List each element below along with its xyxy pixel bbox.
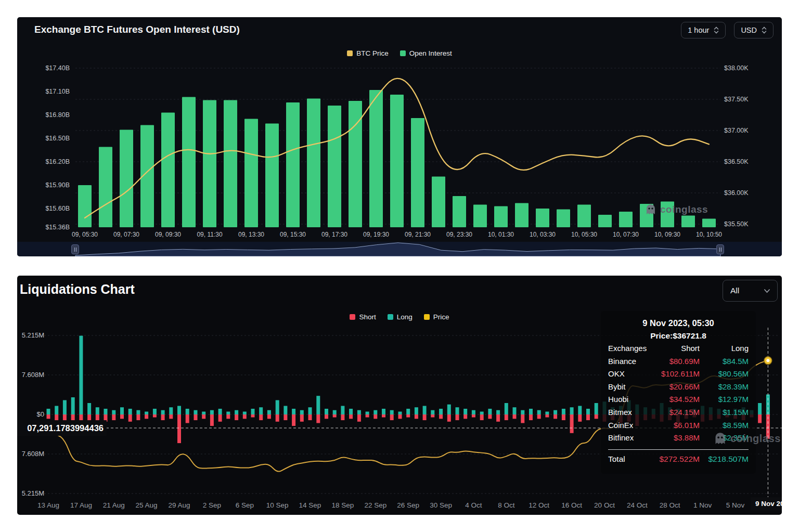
chevron-down-icon (764, 289, 770, 293)
tooltip-row: OKX$102.611M$80.56M (608, 368, 749, 381)
tooltip-exchange: Bybit (608, 381, 654, 394)
tooltip-long-value: $12.97M (700, 393, 749, 406)
svg-text:8 Oct: 8 Oct (498, 501, 515, 509)
svg-text:5 Nov: 5 Nov (726, 501, 745, 509)
navigator-left-grip[interactable] (71, 244, 79, 254)
legend-swatch (424, 314, 430, 320)
tooltip-row: Bybit$20.66M$28.39M (608, 381, 749, 394)
tooltip-price: Price:$36721.8 (608, 330, 749, 342)
tooltip-short-value: $34.52M (654, 393, 700, 406)
svg-text:12 Oct: 12 Oct (529, 501, 549, 509)
svg-text:$16.20B: $16.20B (45, 158, 70, 165)
navigator-right-grip[interactable] (716, 244, 724, 254)
svg-text:20 Oct: 20 Oct (594, 501, 615, 509)
svg-text:5.215M: 5.215M (22, 331, 44, 339)
tooltip-short-value: $3.88M (654, 432, 700, 445)
tooltip-table: ExchangesShortLongBinance$80.69M$84.5MOK… (608, 342, 749, 465)
legend-item-price[interactable]: Price (424, 313, 449, 321)
liquidations-tooltip: 9 Nov 2023, 05:30 Price:$36721.8 Exchang… (601, 311, 756, 474)
currency-select[interactable]: USD (734, 22, 774, 38)
legend-item-long[interactable]: Long (388, 313, 413, 321)
svg-text:10, 05:30: 10, 05:30 (571, 231, 597, 238)
svg-text:21 Aug: 21 Aug (103, 501, 125, 509)
svg-text:10, 07:30: 10, 07:30 (613, 231, 639, 238)
tooltip-short-value: $24.15M (654, 406, 700, 419)
svg-text:09, 09:30: 09, 09:30 (155, 231, 181, 238)
tooltip-exchange: OKX (608, 368, 654, 381)
svg-text:$16.50B: $16.50B (45, 135, 70, 142)
tooltip-long-value: $80.56M (700, 368, 749, 381)
legend-swatch (350, 314, 355, 320)
svg-text:30 Sep: 30 Sep (430, 501, 452, 509)
svg-text:16 Oct: 16 Oct (561, 501, 582, 509)
tooltip-row: Bitfinex$3.88M$2.35M (608, 432, 749, 445)
legend-label: Long (397, 313, 413, 321)
legend-item-short[interactable]: Short (350, 313, 376, 321)
svg-text:09, 23:30: 09, 23:30 (446, 231, 472, 238)
tooltip-exchange: CoinEx (608, 419, 654, 432)
svg-text:09, 07:30: 09, 07:30 (113, 231, 139, 238)
open-interest-panel: $17.40B$17.10B$16.80B$16.50B$16.20B$15.9… (17, 17, 782, 256)
svg-text:22 Sep: 22 Sep (364, 501, 386, 509)
legend-swatch (347, 50, 353, 56)
legend-label: Open Interest (409, 49, 452, 57)
svg-text:$36.50K: $36.50K (724, 158, 749, 165)
tooltip-short-value: Short (654, 342, 700, 355)
svg-text:2 Sep: 2 Sep (203, 501, 221, 509)
tooltip-date: 9 Nov 2023, 05:30 (608, 317, 749, 330)
legend-label: BTC Price (356, 49, 389, 57)
tooltip-long-value: $28.39M (700, 381, 749, 394)
updown-icon (762, 26, 767, 34)
svg-text:24 Oct: 24 Oct (627, 501, 648, 509)
tooltip-row: Binance$80.69M$84.5M (608, 355, 749, 368)
svg-text:$15.90B: $15.90B (45, 181, 70, 189)
svg-text:28 Oct: 28 Oct (660, 501, 680, 509)
svg-text:$15.60B: $15.60B (45, 205, 70, 212)
svg-text:09, 15:30: 09, 15:30 (280, 231, 306, 238)
tooltip-short-value: $6.01M (654, 419, 700, 432)
svg-text:10, 01:30: 10, 01:30 (488, 231, 514, 238)
tooltip-long-value: $1.15M (700, 406, 749, 419)
svg-text:14 Sep: 14 Sep (299, 501, 321, 509)
tooltip-exchange: Total (608, 453, 654, 466)
liquidations-title: Liquidations Chart (20, 282, 135, 297)
svg-text:$36.00K: $36.00K (724, 189, 749, 197)
svg-text:1 Nov: 1 Nov (693, 501, 712, 509)
legend-swatch (388, 314, 393, 320)
svg-text:09, 21:30: 09, 21:30 (405, 231, 431, 238)
svg-text:$0: $0 (37, 410, 44, 418)
svg-text:10 Sep: 10 Sep (266, 501, 289, 509)
tooltip-short-value: $102.611M (654, 368, 700, 381)
svg-text:$16.80B: $16.80B (45, 111, 70, 119)
currency-value: USD (741, 26, 757, 34)
svg-text:4 Oct: 4 Oct (465, 501, 482, 509)
svg-text:09, 13:30: 09, 13:30 (238, 231, 264, 238)
exchange-filter-select[interactable]: All (723, 280, 778, 302)
legend-item-open-interest[interactable]: Open Interest (400, 49, 452, 57)
interval-select[interactable]: 1 hour (681, 22, 726, 38)
svg-text:5.215M: 5.215M (22, 489, 44, 497)
svg-text:10, 03:30: 10, 03:30 (530, 231, 556, 238)
legend-item-btc-price[interactable]: BTC Price (347, 49, 389, 57)
open-interest-title: Exchange BTC Futures Open Interest (USD) (34, 24, 240, 35)
svg-text:17 Aug: 17 Aug (70, 501, 92, 509)
legend-swatch (400, 50, 406, 56)
svg-text:09, 11:30: 09, 11:30 (197, 231, 222, 238)
tooltip-short-value: $20.66M (654, 381, 700, 394)
tooltip-row: CoinEx$6.01M$8.59M (608, 419, 749, 432)
svg-text:09, 05:30: 09, 05:30 (72, 231, 98, 238)
legend-label: Short (359, 313, 376, 321)
tooltip-row: Huobi$34.52M$12.97M (608, 393, 749, 406)
tooltip-short-value: $272.522M (654, 453, 700, 466)
exchange-filter-value: All (730, 286, 739, 295)
legend-label: Price (433, 313, 449, 321)
open-interest-legend: BTC PriceOpen Interest (17, 49, 782, 57)
open-interest-controls: 1 hour USD (681, 22, 774, 38)
svg-text:$38.00K: $38.00K (724, 64, 749, 72)
svg-text:25 Aug: 25 Aug (136, 501, 158, 509)
tooltip-long-value: $218.507M (700, 453, 749, 466)
tooltip-header-row: ExchangesShortLong (608, 342, 749, 355)
tooltip-total-row: Total$272.522M$218.507M (608, 453, 749, 466)
tooltip-divider (608, 449, 749, 450)
crosshair-y-label: 07,291.1783994436 (17, 420, 107, 436)
